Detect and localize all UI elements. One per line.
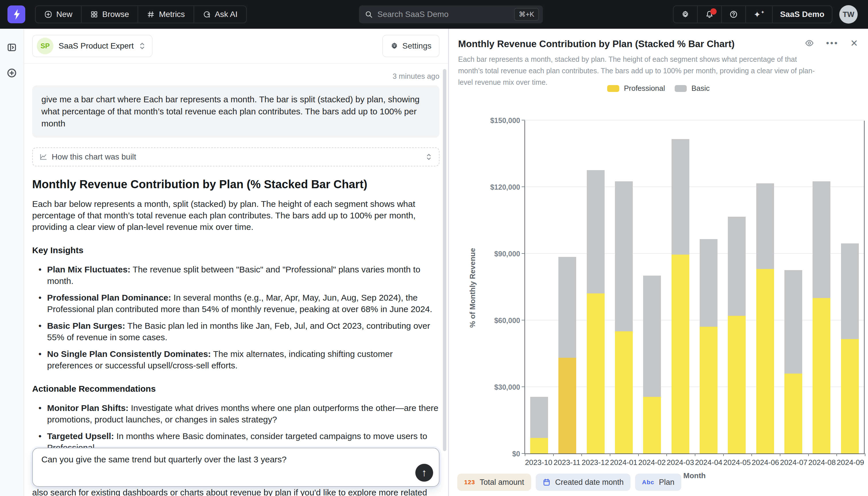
segment-basic[interactable] [756, 183, 774, 269]
global-search-input[interactable]: Search SaaS Demo ⌘+K [359, 5, 543, 23]
new-thread-icon[interactable] [6, 68, 17, 78]
segment-professional[interactable] [558, 358, 576, 453]
segment-basic[interactable] [530, 397, 548, 438]
chat-thread: 3 minutes ago give me a bar chart where … [24, 64, 448, 496]
chevron-up-down-icon [426, 153, 432, 161]
bar-2023-10[interactable] [525, 397, 553, 453]
segment-professional[interactable] [813, 298, 830, 453]
chat-input-value[interactable]: Can you give the same trend but quarterl… [42, 455, 407, 464]
chart-legend: ProfessionalBasic [449, 84, 868, 93]
insights-list: Plan Mix Fluctuates: The revenue split b… [32, 264, 439, 371]
segment-basic[interactable] [643, 276, 661, 397]
ai-sparkles-button[interactable]: ✦✦ [746, 6, 773, 23]
main-nav-group: New Browse Metrics Ask AI [35, 5, 247, 23]
x-tick-label: 2024-08 [808, 458, 836, 467]
y-tick-label: $0 [451, 450, 520, 458]
agent-selector[interactable]: SP SaaS Product Expert [32, 35, 152, 57]
x-axis-labels: 2023-102023-112023-122024-012024-022024-… [525, 458, 865, 467]
nav-item-ask-ai[interactable]: Ask AI [194, 6, 246, 23]
bar-2023-11[interactable] [553, 257, 581, 453]
chat-input[interactable]: Can you give the same trend but quarterl… [32, 448, 439, 487]
close-icon[interactable]: × [851, 39, 858, 47]
ask-ai-icon [203, 10, 211, 18]
segment-basic[interactable] [841, 244, 859, 339]
nav-item-label: Ask AI [215, 10, 238, 19]
bar-2024-03[interactable] [666, 139, 694, 453]
y-axis-title: % of Monthly Revenue [468, 228, 477, 348]
settings-label: Settings [402, 41, 431, 50]
bar-2024-09[interactable] [836, 244, 864, 453]
tag-created-date-month[interactable]: Created date month [536, 474, 631, 491]
segment-professional[interactable] [784, 374, 802, 453]
segment-professional[interactable] [700, 327, 718, 453]
nav-item-new[interactable]: New [36, 6, 82, 23]
x-tick-label: 2023-12 [581, 458, 610, 467]
segment-professional[interactable] [756, 269, 774, 453]
segment-professional[interactable] [728, 316, 746, 453]
segment-basic[interactable] [672, 139, 689, 254]
legend-item-professional[interactable]: Professional [607, 84, 665, 93]
segment-professional[interactable] [643, 397, 661, 453]
list-item: Plan Mix Fluctuates: The revenue split b… [32, 264, 439, 287]
agent-settings-button[interactable]: Settings [382, 35, 439, 57]
segment-professional[interactable] [587, 293, 605, 453]
legend-label: Professional [624, 84, 665, 93]
nav-item-label: Browse [102, 10, 129, 19]
bar-2024-01[interactable] [610, 181, 638, 453]
settings-gear-button[interactable] [674, 6, 698, 23]
search-placeholder: Search SaaS Demo [377, 10, 514, 19]
segment-professional[interactable] [672, 254, 689, 453]
bar-2023-12[interactable] [582, 170, 610, 453]
recommendations-heading: Actionable Recommendations [32, 384, 439, 394]
app-logo[interactable] [7, 5, 25, 23]
segment-basic[interactable] [784, 270, 802, 374]
nav-item-metrics[interactable]: Metrics [138, 6, 194, 23]
lightning-bolt-icon [12, 9, 21, 20]
segment-basic[interactable] [558, 257, 576, 358]
more-options-icon[interactable]: ••• [826, 42, 839, 45]
bar-2024-02[interactable] [638, 276, 666, 453]
eye-icon[interactable] [805, 38, 814, 48]
user-avatar[interactable]: TW [839, 5, 858, 24]
gear-icon [390, 42, 398, 50]
y-tick-label: $60,000 [451, 316, 520, 325]
x-tick-label: 2024-02 [638, 458, 666, 467]
chat-header: SP SaaS Product Expert Settings [24, 29, 448, 64]
grid-icon [90, 10, 98, 18]
x-tick-label: 2024-04 [694, 458, 723, 467]
tag-label: Plan [659, 478, 674, 487]
tag-total-amount[interactable]: 123 Total amount [457, 474, 531, 491]
chat-scrollbar[interactable] [443, 69, 446, 451]
sparkles-icon: ✦✦ [753, 10, 765, 19]
tag-plan[interactable]: Abc Plan [635, 474, 681, 491]
toggle-sidebar-icon[interactable] [7, 43, 17, 52]
notifications-button[interactable] [698, 6, 722, 23]
message-timestamp: 3 minutes ago [32, 72, 439, 81]
segment-basic[interactable] [728, 217, 746, 315]
segment-professional[interactable] [530, 438, 548, 453]
bar-2024-04[interactable] [694, 239, 723, 453]
chat-panel: SP SaaS Product Expert Settings 3 minute… [24, 29, 448, 496]
bar-2024-08[interactable] [807, 181, 836, 453]
number-field-icon: 123 [464, 479, 475, 486]
project-switcher[interactable]: SaaS Demo [773, 6, 832, 23]
send-button[interactable]: ↑ [415, 464, 433, 482]
how-chart-built-toggle[interactable]: How this chart was built [32, 148, 439, 166]
legend-swatch [675, 85, 687, 92]
help-button[interactable] [722, 6, 746, 23]
bar-2024-06[interactable] [751, 183, 779, 453]
top-navbar: New Browse Metrics Ask AI Search SaaS De… [0, 0, 868, 29]
arrow-up-icon: ↑ [422, 467, 427, 479]
segment-basic[interactable] [700, 239, 718, 327]
bar-2024-05[interactable] [723, 217, 751, 453]
segment-professional[interactable] [615, 331, 633, 453]
segment-basic[interactable] [587, 170, 605, 293]
segment-basic[interactable] [615, 181, 633, 331]
x-tick-label: 2024-03 [666, 458, 694, 467]
bar-2024-07[interactable] [779, 270, 807, 453]
nav-item-browse[interactable]: Browse [82, 6, 138, 23]
segment-professional[interactable] [841, 339, 859, 453]
segment-basic[interactable] [813, 181, 830, 298]
legend-item-basic[interactable]: Basic [675, 84, 710, 93]
left-rail [0, 29, 24, 496]
